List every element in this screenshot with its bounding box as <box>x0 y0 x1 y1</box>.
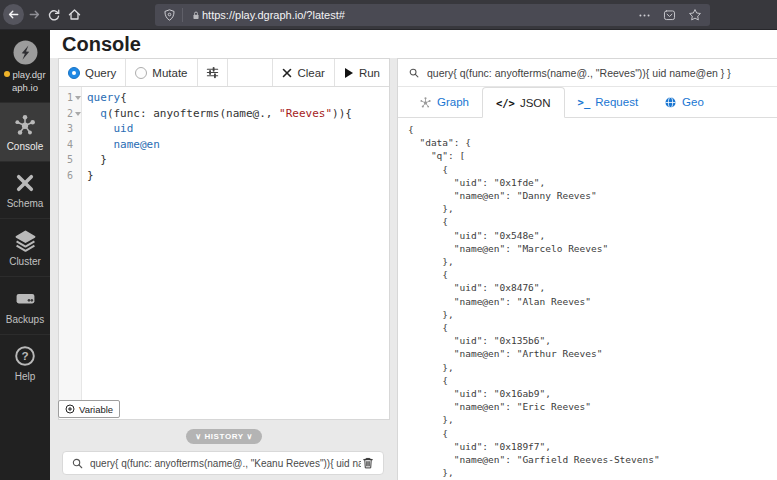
sidebar-item-schema[interactable]: Schema <box>0 161 50 218</box>
clear-button[interactable]: Clear <box>272 59 333 86</box>
sidebar-logo-block[interactable]: play.dgr aph.io <box>0 30 50 102</box>
code-text: } <box>82 168 94 184</box>
sidebar-item-label: Schema <box>0 198 50 209</box>
tracking-shield-icon[interactable] <box>163 8 176 22</box>
result-tabs: Graph </> JSON >_ Request Geo <box>398 87 777 118</box>
clear-label: Clear <box>297 67 324 79</box>
fold-gutter <box>73 152 82 168</box>
code-text: name@en <box>82 137 160 153</box>
executed-query-bar[interactable]: query{ q(func: anyofterms(name@., "Reeve… <box>398 59 777 87</box>
executed-query-text: query{ q(func: anyofterms(name@., "Reeve… <box>427 67 731 79</box>
tab-graph[interactable]: Graph <box>406 87 482 117</box>
geo-globe-icon <box>664 96 677 109</box>
editor-options-button[interactable] <box>198 59 228 86</box>
sidebar-item-label: Cluster <box>0 256 50 267</box>
radio-unselected-icon[interactable] <box>135 67 147 79</box>
more-ellipsis-icon[interactable] <box>638 9 651 22</box>
home-icon <box>67 7 82 22</box>
tab-geo[interactable]: Geo <box>651 87 717 117</box>
code-text: } <box>82 152 107 168</box>
home-button[interactable] <box>64 5 84 25</box>
trash-icon[interactable] <box>361 456 375 470</box>
sidebar-item-label: Console <box>0 141 50 152</box>
line-number: 1 <box>59 90 73 106</box>
query-mode-radio[interactable]: Query <box>59 59 126 86</box>
editor-line[interactable]: 1query{ <box>59 90 389 106</box>
radio-selected-icon[interactable] <box>68 67 80 79</box>
run-button[interactable]: Run <box>334 59 389 86</box>
json-output[interactable]: { "data": { "q": [ { "uid": "0x1fde", "n… <box>398 118 777 480</box>
result-panel: query{ q(func: anyofterms(name@., "Reeve… <box>397 58 777 480</box>
fold-gutter <box>73 121 82 137</box>
fold-gutter <box>73 168 82 184</box>
bookmark-star-icon[interactable] <box>688 8 702 22</box>
sidebar-item-console[interactable]: Console <box>0 102 50 161</box>
code-text: uid <box>82 121 133 137</box>
sidebar: play.dgr aph.io Console Schema Cluster B… <box>0 30 50 480</box>
line-number: 6 <box>59 168 73 184</box>
editor-line[interactable]: 6} <box>59 168 389 184</box>
history-item[interactable]: query{ q(func: anyofterms(name@., "Keanu… <box>62 451 384 475</box>
reload-button[interactable] <box>44 5 64 25</box>
sidebar-item-backups[interactable]: Backups <box>0 276 50 334</box>
toolbar-spacer <box>228 59 273 86</box>
variable-label: Variable <box>79 404 113 415</box>
editor-line[interactable]: 2 q(func: anyofterms(name@., "Reeves")){ <box>59 106 389 122</box>
svg-text:?: ? <box>21 349 28 362</box>
json-code-icon: </> <box>496 97 515 109</box>
editor-line[interactable]: 3 uid <box>59 121 389 137</box>
editor-toolbar: Query Mutate Clear <box>59 59 389 87</box>
tab-label: JSON <box>520 97 551 109</box>
sidebar-item-label: Help <box>0 371 50 382</box>
cluster-layers-icon <box>14 229 37 252</box>
pocket-icon[interactable] <box>663 9 676 22</box>
editor-line[interactable]: 5 } <box>59 152 389 168</box>
sidebar-item-label: Backups <box>0 314 50 325</box>
plus-circle-icon <box>65 404 75 414</box>
graph-tab-icon <box>419 96 432 109</box>
app-header: Console <box>50 30 777 58</box>
line-number: 5 <box>59 152 73 168</box>
lock-icon[interactable] <box>190 9 202 22</box>
main-area: Console Query Mutate <box>50 30 777 480</box>
clear-x-icon <box>282 68 292 78</box>
search-icon <box>408 67 420 79</box>
console-graph-icon <box>13 113 37 137</box>
browser-toolbar: https://play.dgraph.io/?latest# <box>0 0 777 30</box>
editor-line[interactable]: 4 name@en <box>59 137 389 153</box>
line-number: 3 <box>59 121 73 137</box>
query-mode-label: Query <box>85 67 116 79</box>
schema-tools-icon <box>14 172 36 194</box>
address-bar[interactable]: https://play.dgraph.io/?latest# <box>155 4 710 26</box>
tab-request[interactable]: >_ Request <box>565 87 652 117</box>
endpoint-label: play.dgr aph.io <box>0 68 50 94</box>
run-label: Run <box>359 67 380 79</box>
variable-row: Variable <box>59 401 389 419</box>
query-panel: Query Mutate Clear <box>58 58 390 420</box>
sidebar-item-help[interactable]: ? Help <box>0 334 50 391</box>
editor-code[interactable]: 1query{2 q(func: anyofterms(name@., "Ree… <box>59 87 389 183</box>
line-number: 4 <box>59 137 73 153</box>
mutate-mode-radio[interactable]: Mutate <box>126 59 197 86</box>
run-play-icon <box>344 67 354 79</box>
tab-json[interactable]: </> JSON <box>482 87 565 118</box>
terminal-prompt-icon: >_ <box>578 96 591 108</box>
status-dot <box>4 71 10 77</box>
sliders-icon <box>205 65 220 80</box>
add-variable-button[interactable]: Variable <box>58 400 120 418</box>
forward-icon <box>27 7 42 22</box>
back-icon <box>6 7 21 22</box>
fold-marker-icon[interactable] <box>73 90 82 106</box>
fold-gutter <box>73 137 82 153</box>
tab-label: Geo <box>682 96 704 108</box>
url-text[interactable]: https://play.dgraph.io/?latest# <box>202 9 630 21</box>
fold-marker-icon[interactable] <box>73 106 82 122</box>
search-icon <box>71 457 84 470</box>
query-column: Query Mutate Clear <box>58 58 390 480</box>
dgraph-play-console-page: https://play.dgraph.io/?latest# play.dgr… <box>0 0 777 480</box>
sidebar-item-cluster[interactable]: Cluster <box>0 218 50 276</box>
back-button[interactable] <box>3 4 24 25</box>
query-editor[interactable]: 1query{2 q(func: anyofterms(name@., "Ree… <box>59 87 389 401</box>
history-toggle[interactable]: ∨ HISTORY ∨ <box>186 429 262 444</box>
forward-button[interactable] <box>24 5 44 25</box>
